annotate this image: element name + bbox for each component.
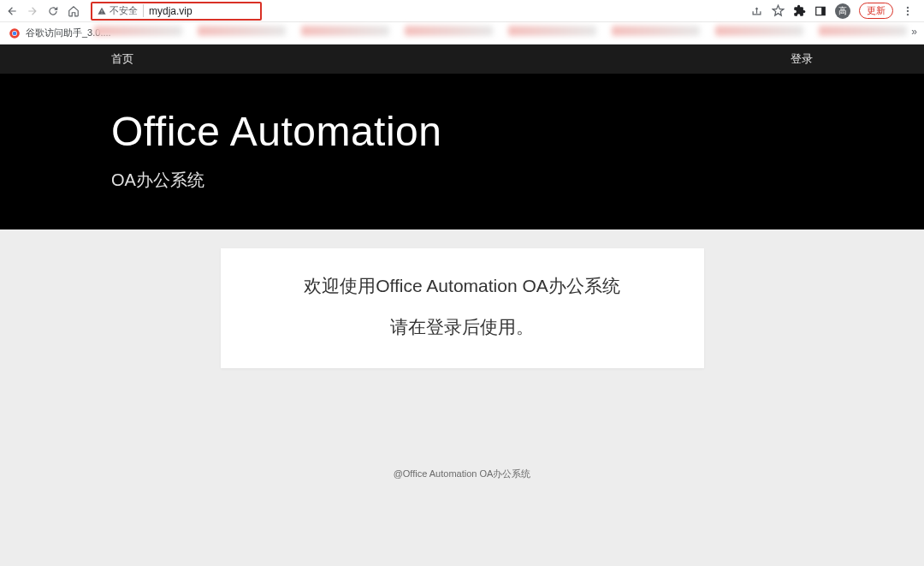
security-label: 不安全 — [110, 4, 138, 17]
toolbar-right: 高 更新 — [750, 3, 919, 19]
svg-point-2 — [907, 6, 909, 8]
security-indicator[interactable]: 不安全 — [98, 4, 144, 17]
svg-point-4 — [907, 13, 909, 15]
bookmark-favicon — [9, 27, 21, 39]
svg-point-3 — [907, 9, 909, 11]
svg-point-7 — [13, 31, 17, 35]
reload-button[interactable] — [46, 4, 60, 18]
profile-avatar[interactable]: 高 — [835, 3, 850, 19]
welcome-card: 欢迎使用Office Automation OA办公系统 请在登录后使用。 — [221, 248, 704, 368]
hero-banner: Office Automation OA办公系统 — [0, 74, 924, 229]
nav-login-link[interactable]: 登录 — [791, 51, 813, 67]
hero-title: Office Automation — [111, 108, 813, 155]
forward-button[interactable] — [26, 4, 39, 18]
menu-icon[interactable] — [902, 5, 914, 17]
page-body: 首页 登录 Office Automation OA办公系统 欢迎使用Offic… — [0, 45, 924, 566]
panel-icon[interactable] — [814, 5, 826, 17]
hero-subtitle: OA办公系统 — [111, 169, 813, 192]
address-bar[interactable]: 不安全 mydja.vip — [91, 2, 262, 21]
nav-home-link[interactable]: 首页 — [111, 51, 133, 67]
star-icon[interactable] — [772, 4, 785, 17]
browser-toolbar: 不安全 mydja.vip 高 更新 — [0, 0, 924, 22]
bookmarks-blurred — [94, 26, 907, 40]
home-button[interactable] — [67, 4, 80, 18]
share-icon[interactable] — [750, 4, 763, 17]
update-button[interactable]: 更新 — [859, 3, 893, 19]
welcome-line1: 欢迎使用Office Automation OA办公系统 — [238, 274, 687, 298]
extensions-icon[interactable] — [793, 4, 806, 17]
welcome-line2: 请在登录后使用。 — [238, 315, 687, 339]
url-text: mydja.vip — [149, 5, 192, 17]
svg-rect-1 — [821, 7, 825, 15]
page-footer: @Office Automation OA办公系统 — [394, 452, 531, 566]
bookmarks-overflow[interactable]: » — [911, 26, 917, 38]
warning-icon — [98, 7, 106, 15]
site-topnav: 首页 登录 — [0, 45, 924, 74]
bookmarks-bar: 谷歌访问助手_3.0.... » — [0, 22, 924, 45]
back-button[interactable] — [5, 4, 19, 18]
